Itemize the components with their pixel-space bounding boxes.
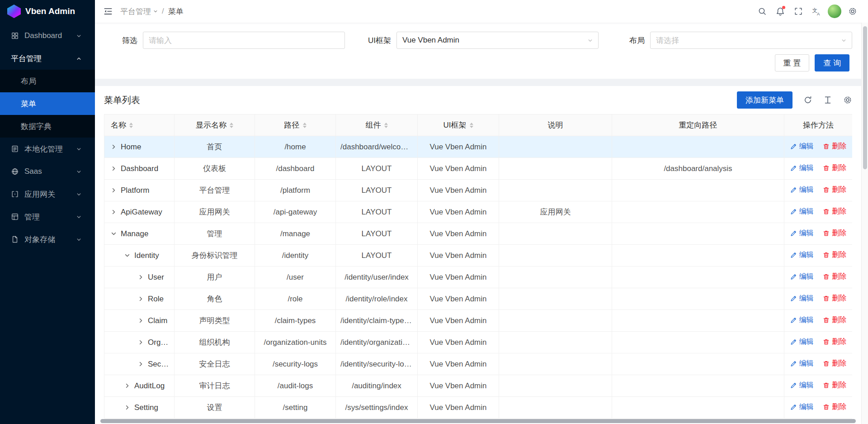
sidebar-item-app-gateway[interactable]: 应用网关 bbox=[0, 183, 95, 205]
edit-link[interactable]: 编辑 bbox=[790, 185, 814, 195]
vertical-scrollbar-thumb[interactable] bbox=[863, 26, 867, 169]
menu-row-organiz[interactable]: Organiz... 组织机构 /organization-units /ide… bbox=[104, 332, 853, 353]
chevron-right-icon[interactable] bbox=[138, 318, 144, 324]
edit-link[interactable]: 编辑 bbox=[790, 381, 814, 390]
sidebar-item-menu[interactable]: 菜单 bbox=[0, 92, 95, 115]
menu-row-role[interactable]: Role 角色 /role /identity/role/index Vue V… bbox=[104, 288, 853, 310]
delete-link[interactable]: 删除 bbox=[823, 402, 846, 412]
menu-row-apigateway[interactable]: ApiGateway 应用网关 /api-gateway LAYOUT Vue … bbox=[104, 201, 853, 223]
column-header-name[interactable]: 名称 bbox=[104, 114, 175, 136]
menu-row-home[interactable]: Home 首页 /home /dashboard/welcome/in... V… bbox=[104, 136, 853, 158]
sidebar-item-manage[interactable]: 管理 bbox=[0, 205, 95, 228]
chevron-down-icon[interactable] bbox=[111, 231, 117, 237]
refresh-icon[interactable] bbox=[803, 95, 812, 105]
column-header-path[interactable]: 路径 bbox=[255, 114, 336, 136]
sidebar-item-object-storage[interactable]: 对象存储 bbox=[0, 228, 95, 251]
menu-row-platform[interactable]: Platform 平台管理 /platform LAYOUT Vue Vben … bbox=[104, 180, 853, 201]
filter-input[interactable]: 请输入 bbox=[143, 32, 345, 49]
delete-link[interactable]: 删除 bbox=[823, 185, 846, 195]
delete-link[interactable]: 删除 bbox=[823, 250, 846, 260]
edit-link[interactable]: 编辑 bbox=[790, 207, 814, 216]
horizontal-scrollbar-thumb[interactable] bbox=[100, 419, 856, 423]
chevron-right-icon[interactable] bbox=[124, 405, 130, 410]
app-logo[interactable]: Vben Admin bbox=[0, 0, 95, 23]
sidebar-item-layout[interactable]: 布局 bbox=[0, 70, 95, 92]
chevron-right-icon[interactable] bbox=[111, 187, 117, 193]
edit-link[interactable]: 编辑 bbox=[790, 359, 814, 368]
edit-link[interactable]: 编辑 bbox=[790, 337, 814, 347]
sort-icon[interactable] bbox=[384, 123, 388, 128]
delete-link[interactable]: 删除 bbox=[823, 207, 846, 216]
reset-button[interactable]: 重 置 bbox=[775, 54, 810, 71]
sidebar-item-localization[interactable]: 本地化管理 bbox=[0, 138, 95, 160]
notification-bell-icon[interactable] bbox=[771, 0, 789, 23]
sidebar-item-data-dictionary[interactable]: 数据字典 bbox=[0, 115, 95, 138]
menu-fold-icon[interactable] bbox=[103, 6, 113, 16]
edit-link[interactable]: 编辑 bbox=[790, 402, 814, 412]
horizontal-scrollbar[interactable] bbox=[100, 419, 856, 423]
column-header-component[interactable]: 组件 bbox=[336, 114, 418, 136]
chevron-right-icon[interactable] bbox=[111, 166, 117, 172]
edit-link[interactable]: 编辑 bbox=[790, 250, 814, 260]
search-icon[interactable] bbox=[753, 0, 771, 23]
sort-icon[interactable] bbox=[230, 123, 233, 128]
breadcrumb-item-菜单[interactable]: 菜单 bbox=[168, 6, 184, 17]
sort-icon[interactable] bbox=[470, 123, 473, 128]
edit-link[interactable]: 编辑 bbox=[790, 163, 814, 173]
chevron-down-icon[interactable] bbox=[124, 252, 130, 258]
column-header-display-name[interactable]: 显示名称 bbox=[175, 114, 255, 136]
delete-link[interactable]: 删除 bbox=[823, 337, 846, 347]
edit-link[interactable]: 编辑 bbox=[790, 294, 814, 303]
menu-path: /role bbox=[255, 288, 336, 310]
menu-row-setting[interactable]: Setting 设置 /setting /sys/settings/index … bbox=[104, 397, 853, 419]
chevron-right-icon[interactable] bbox=[138, 361, 144, 367]
delete-link[interactable]: 删除 bbox=[823, 229, 846, 238]
delete-link[interactable]: 删除 bbox=[823, 163, 846, 173]
delete-link[interactable]: 删除 bbox=[823, 359, 846, 368]
chevron-right-icon[interactable] bbox=[138, 296, 144, 302]
language-icon[interactable]: 文A bbox=[807, 0, 826, 23]
ui-framework-select[interactable]: Vue Vben Admin bbox=[396, 32, 599, 49]
table-settings-icon[interactable] bbox=[843, 95, 852, 105]
sidebar-item-saas[interactable]: Saas bbox=[0, 160, 95, 183]
delete-link[interactable]: 删除 bbox=[823, 315, 846, 325]
vertical-scrollbar[interactable] bbox=[861, 23, 868, 424]
delete-link[interactable]: 删除 bbox=[823, 294, 846, 303]
delete-link[interactable]: 删除 bbox=[823, 381, 846, 390]
sort-icon[interactable] bbox=[303, 123, 307, 128]
menu-actions: 编辑 删除 bbox=[784, 288, 853, 310]
layout-select[interactable]: 请选择 bbox=[650, 32, 852, 49]
delete-link[interactable]: 删除 bbox=[823, 142, 846, 151]
chevron-right-icon[interactable] bbox=[138, 339, 144, 345]
edit-link[interactable]: 编辑 bbox=[790, 229, 814, 238]
edit-link[interactable]: 编辑 bbox=[790, 272, 814, 281]
chevron-right-icon[interactable] bbox=[111, 144, 117, 150]
edit-link[interactable]: 编辑 bbox=[790, 142, 814, 151]
menu-description bbox=[499, 353, 612, 375]
row-height-icon[interactable] bbox=[823, 95, 832, 105]
menu-row-identity[interactable]: Identity 身份标识管理 /identity LAYOUT Vue Vbe… bbox=[104, 245, 853, 267]
menu-row-user[interactable]: User 用户 /user /identity/user/index Vue V… bbox=[104, 267, 853, 288]
breadcrumb-item-平台管理[interactable]: 平台管理 bbox=[120, 6, 158, 17]
delete-link[interactable]: 删除 bbox=[823, 272, 846, 281]
menu-row-manage[interactable]: Manage 管理 /manage LAYOUT Vue Vben Admin … bbox=[104, 223, 853, 245]
settings-gear-icon[interactable] bbox=[844, 0, 862, 23]
chevron-right-icon[interactable] bbox=[111, 209, 117, 215]
fullscreen-icon[interactable] bbox=[789, 0, 807, 23]
chevron-right-icon[interactable] bbox=[124, 383, 130, 389]
search-button[interactable]: 查 询 bbox=[815, 54, 849, 71]
menu-row-dashboard[interactable]: Dashboard 仪表板 /dashboard LAYOUT Vue Vben… bbox=[104, 158, 853, 180]
menu-ui-framework: Vue Vben Admin bbox=[418, 223, 499, 245]
add-menu-button[interactable]: 添加新菜单 bbox=[737, 91, 793, 109]
menu-row-claim[interactable]: Claim 声明类型 /claim-types /identity/claim-… bbox=[104, 310, 853, 332]
chevron-right-icon[interactable] bbox=[138, 274, 144, 280]
edit-link[interactable]: 编辑 bbox=[790, 315, 814, 325]
sort-icon[interactable] bbox=[129, 123, 133, 128]
column-header-ui-framework[interactable]: UI框架 bbox=[418, 114, 499, 136]
user-avatar[interactable] bbox=[826, 0, 844, 23]
sidebar-item-dashboard[interactable]: Dashboard bbox=[0, 24, 95, 47]
menu-row-security[interactable]: Security... 安全日志 /security-logs /identit… bbox=[104, 353, 853, 375]
menu-row-auditlog[interactable]: AuditLog 审计日志 /audit-logs /auditing/inde… bbox=[104, 375, 853, 397]
sidebar-item-platform-management[interactable]: 平台管理 bbox=[0, 47, 95, 70]
menu-actions: 编辑 删除 bbox=[784, 397, 853, 419]
